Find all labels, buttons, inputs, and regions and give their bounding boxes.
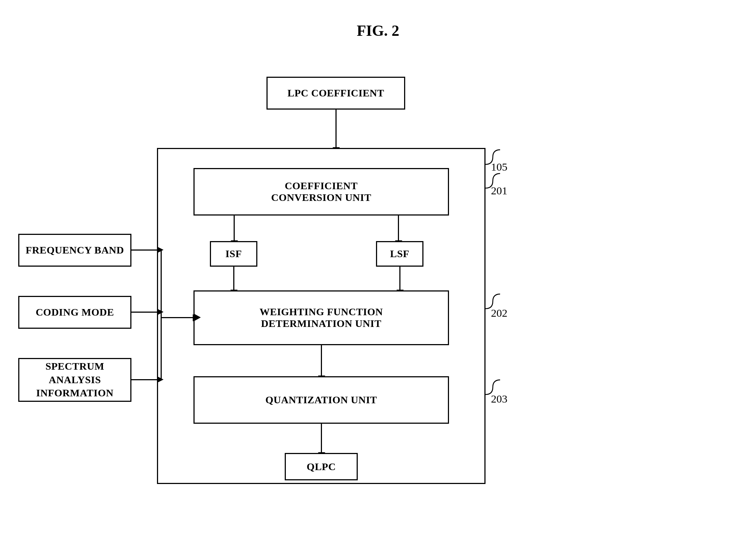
lpc-coefficient-box: LPC COEFFICIENT	[266, 77, 405, 110]
arrow-coeff-to-isf	[234, 216, 235, 241]
page-title: FIG. 2	[0, 22, 756, 39]
weighting-function-label: WEIGHTING FUNCTION DETERMINATION UNIT	[260, 306, 383, 329]
bracket-105-svg	[482, 146, 504, 168]
arrow-freq-h	[131, 249, 161, 251]
frequency-band-box: FREQUENCY BAND	[18, 234, 131, 267]
bracket-201-svg	[482, 170, 504, 192]
arrow-quant-down	[321, 424, 322, 453]
arrow-left-v	[161, 249, 162, 379]
quantization-box: QUANTIZATION UNIT	[193, 376, 449, 424]
weighting-function-box: WEIGHTING FUNCTION DETERMINATION UNIT	[193, 290, 449, 345]
lsf-label: LSF	[390, 248, 410, 260]
frequency-band-label: FREQUENCY BAND	[26, 244, 124, 256]
arrow-lsf-down	[399, 267, 400, 290]
bracket-202-svg	[482, 290, 504, 312]
spectrum-analysis-box: SPECTRUM ANALYSIS INFORMATION	[18, 358, 131, 402]
qlpc-label: QLPC	[307, 461, 336, 473]
spectrum-analysis-label: SPECTRUM ANALYSIS INFORMATION	[19, 360, 130, 400]
lsf-box: LSF	[376, 241, 423, 267]
arrow-spectrum-h	[131, 379, 161, 380]
coefficient-conversion-label: COEFFICIENT CONVERSION UNIT	[271, 180, 371, 203]
isf-label: ISF	[225, 248, 242, 260]
bracket-203-svg	[482, 376, 504, 398]
quantization-label: QUANTIZATION UNIT	[265, 394, 377, 406]
arrow-coeff-to-lsf	[398, 216, 399, 241]
coding-mode-box: CODING MODE	[18, 296, 131, 329]
lpc-coefficient-label: LPC COEFFICIENT	[288, 87, 384, 99]
coding-mode-label: CODING MODE	[36, 306, 114, 318]
arrow-weighting-down	[321, 345, 322, 376]
arrow-connector-to-weighting	[161, 317, 193, 318]
qlpc-box: QLPC	[285, 453, 358, 480]
arrow-lpc-down	[335, 110, 337, 148]
arrow-coding-h	[131, 312, 161, 313]
coefficient-conversion-box: COEFFICIENT CONVERSION UNIT	[193, 168, 449, 216]
isf-box: ISF	[210, 241, 257, 267]
arrow-isf-down	[233, 267, 234, 290]
